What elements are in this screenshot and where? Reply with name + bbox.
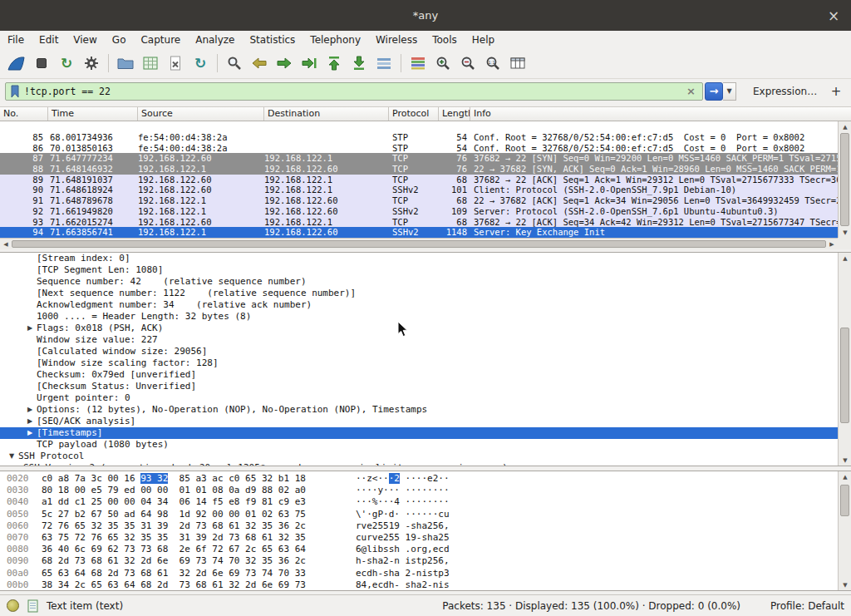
detail-line-timestamps-selected[interactable]: ▶[Timestamps] xyxy=(0,427,851,439)
menu-help[interactable]: Help xyxy=(465,32,502,47)
hex-row[interactable]: 009068 2d 73 68 61 32 2d 6e 69 73 74 70 … xyxy=(0,555,851,567)
hex-row[interactable]: 0040a1 dd c1 25 00 00 04 34 06 14 f5 e8 … xyxy=(0,496,851,508)
detail-line-tcp-payload[interactable]: TCP payload (1080 bytes) xyxy=(0,439,851,451)
status-profile[interactable]: Profile: Default xyxy=(770,600,844,612)
zoom-out-button[interactable] xyxy=(455,52,480,76)
capture-options-button[interactable] xyxy=(79,52,104,76)
add-filter-button[interactable]: + xyxy=(826,82,846,101)
detail-line-flags[interactable]: ▶Flags: 0x018 (PSH, ACK) xyxy=(0,323,851,334)
menu-statistics[interactable]: Statistics xyxy=(242,32,303,47)
hex-vscrollbar[interactable]: ▲ ▼ xyxy=(838,471,851,590)
hex-row[interactable]: 00505c 27 b2 67 50 ad 64 98 1d 92 00 00 … xyxy=(0,509,851,520)
scroll-up-icon[interactable]: ▲ xyxy=(839,471,851,482)
packet-row-91[interactable]: 9171.648789678192.168.122.1192.168.122.6… xyxy=(0,195,838,206)
menu-capture[interactable]: Capture xyxy=(133,32,188,47)
expander-icon[interactable]: ▶ xyxy=(23,416,37,427)
packet-row-94-selected[interactable]: 9471.663856741192.168.122.1192.168.122.6… xyxy=(0,227,838,238)
detail-line[interactable]: [Calculated window size: 29056] xyxy=(0,346,851,357)
menu-wireless[interactable]: Wireless xyxy=(368,32,425,47)
start-capture-button[interactable] xyxy=(4,52,29,76)
close-window-button[interactable]: × xyxy=(824,7,843,25)
detail-line[interactable]: Acknowledgment number: 34 (relative ack … xyxy=(0,299,851,311)
scrollbar-thumb[interactable] xyxy=(840,133,849,226)
restart-capture-button[interactable]: ↻ xyxy=(54,52,79,76)
packet-row-87[interactable]: 8771.647777234192.168.122.60192.168.122.… xyxy=(0,153,838,164)
expander-icon[interactable]: ▶ xyxy=(23,323,37,334)
detail-line[interactable]: Sequence number: 42 (relative sequence n… xyxy=(0,276,851,288)
hex-row[interactable]: 00b038 34 2c 65 63 64 68 2d 73 68 61 32 … xyxy=(0,579,851,591)
reload-file-button[interactable]: ↻ xyxy=(188,52,213,76)
go-forward-button[interactable] xyxy=(272,52,297,76)
scrollbar-thumb[interactable] xyxy=(840,485,849,516)
auto-scroll-button[interactable] xyxy=(371,52,396,76)
hex-row[interactable]: 00a065 63 64 68 2d 73 68 61 32 2d 6e 69 … xyxy=(0,568,851,579)
zoom-in-button[interactable] xyxy=(430,52,455,76)
detail-line[interactable]: [Checksum Status: Unverified] xyxy=(0,381,851,392)
scroll-down-icon[interactable]: ▼ xyxy=(839,579,851,590)
hex-row[interactable]: 006072 76 65 32 35 35 31 39 2d 73 68 61 … xyxy=(0,520,851,532)
hex-row[interactable]: 003080 18 00 e5 79 ed 00 00 01 01 08 0a … xyxy=(0,485,851,496)
scroll-up-icon[interactable]: ▲ xyxy=(839,121,851,132)
packet-row-92[interactable]: 9271.661949820192.168.122.1192.168.122.6… xyxy=(0,206,838,217)
detail-line[interactable]: Window size value: 227 xyxy=(0,334,851,346)
column-header-source[interactable]: Source xyxy=(138,107,264,121)
scroll-right-icon[interactable]: ▶ xyxy=(826,239,838,249)
detail-line[interactable]: Urgent pointer: 0 xyxy=(0,392,851,404)
menu-go[interactable]: Go xyxy=(105,32,134,47)
menu-file[interactable]: File xyxy=(0,32,32,47)
hex-row[interactable]: 0020c0 a8 7a 3c 00 16 93 32 85 a3 ac c0 … xyxy=(0,473,851,485)
display-filter-field[interactable]: × xyxy=(5,82,703,101)
column-header-length[interactable]: Length xyxy=(439,107,470,121)
menu-analyze[interactable]: Analyze xyxy=(188,32,242,47)
scroll-down-icon[interactable]: ▼ xyxy=(839,455,851,466)
packet-row-88[interactable]: 8871.648146932192.168.122.1192.168.122.6… xyxy=(0,164,838,175)
resize-columns-button[interactable] xyxy=(505,52,530,76)
find-packet-button[interactable] xyxy=(222,52,247,76)
capture-file-properties-icon[interactable] xyxy=(27,599,38,613)
menu-view[interactable]: View xyxy=(66,32,104,47)
display-filter-input[interactable] xyxy=(24,86,684,97)
menu-telephony[interactable]: Telephony xyxy=(303,32,368,47)
detail-line[interactable]: [Next sequence number: 1122 (relative se… xyxy=(0,288,851,299)
column-header-no[interactable]: No. xyxy=(0,107,48,121)
scrollbar-thumb[interactable] xyxy=(12,240,826,248)
detail-line[interactable]: [Window size scaling factor: 128] xyxy=(0,357,851,369)
column-header-time[interactable]: Time xyxy=(48,107,138,121)
expander-icon[interactable]: ▶ xyxy=(23,427,37,439)
detail-line-ssh-protocol[interactable]: ▼SSH Protocol xyxy=(0,451,851,462)
go-back-button[interactable] xyxy=(247,52,272,76)
packet-row-89[interactable]: 8971.648191037192.168.122.60192.168.122.… xyxy=(0,175,838,185)
title-bar[interactable]: *any × xyxy=(0,0,851,31)
column-header-info[interactable]: Info xyxy=(470,107,851,121)
packet-row-86[interactable]: 8670.013850163fe:54:00:d4:38:2aSTP54Conf… xyxy=(0,143,838,154)
menu-edit[interactable]: Edit xyxy=(32,32,66,47)
zoom-normal-button[interactable]: 1:1 xyxy=(480,52,505,76)
hex-row[interactable]: 008036 40 6c 69 62 73 73 68 2e 6f 72 67 … xyxy=(0,544,851,555)
packet-list-hscrollbar[interactable]: ◀ ▶ xyxy=(0,238,838,249)
go-first-button[interactable] xyxy=(322,52,347,76)
detail-line[interactable]: [TCP Segment Len: 1080] xyxy=(0,264,851,276)
go-last-button[interactable] xyxy=(347,52,371,76)
scroll-left-icon[interactable]: ◀ xyxy=(0,239,12,249)
colorize-button[interactable] xyxy=(406,52,430,76)
packet-list-vscrollbar[interactable]: ▲ ▼ xyxy=(838,121,851,238)
packet-row-85[interactable]: 8568.001734936fe:54:00:d4:38:2aSTP54Conf… xyxy=(0,132,838,143)
filter-bookmark-icon[interactable] xyxy=(10,85,20,98)
save-file-button[interactable] xyxy=(138,52,163,76)
filter-history-dropdown[interactable]: ▼ xyxy=(723,82,736,101)
expression-button[interactable]: Expression… xyxy=(748,83,822,100)
detail-line[interactable]: Checksum: 0x79ed [unverified] xyxy=(0,369,851,381)
packet-row-90[interactable]: 9071.648618924192.168.122.60192.168.122.… xyxy=(0,185,838,195)
close-file-button[interactable] xyxy=(163,52,188,76)
clear-filter-icon[interactable]: × xyxy=(684,85,698,97)
expander-icon[interactable]: ▶ xyxy=(23,404,37,416)
detail-line[interactable]: 1000 .... = Header Length: 32 bytes (8) xyxy=(0,311,851,323)
expert-info-icon[interactable] xyxy=(7,599,19,612)
expander-icon[interactable]: ▼ xyxy=(5,451,18,462)
apply-filter-button[interactable]: → xyxy=(705,82,723,101)
packet-row-93[interactable]: 9371.662015274192.168.122.60192.168.122.… xyxy=(0,217,838,228)
scroll-up-icon[interactable]: ▲ xyxy=(839,253,851,264)
scroll-down-icon[interactable]: ▼ xyxy=(839,227,851,238)
detail-line-ssh-version[interactable]: SSH Version 2 (encryption:chacha20-poly1… xyxy=(0,462,851,466)
menu-tools[interactable]: Tools xyxy=(425,32,465,47)
